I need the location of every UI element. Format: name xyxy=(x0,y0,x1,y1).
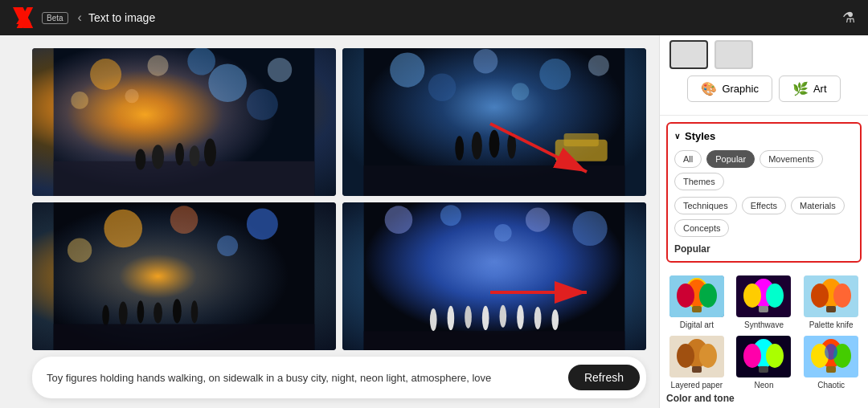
scroll-top-area xyxy=(660,35,868,69)
svg-point-32 xyxy=(247,209,278,240)
tab-art[interactable]: 🌿 Art xyxy=(779,75,841,102)
prompt-text[interactable]: Toy figures holding hands walking, on si… xyxy=(47,372,562,384)
style-name-chaotic: Chaotic xyxy=(817,381,845,390)
style-name-neon: Neon xyxy=(755,381,774,390)
mini-thumb-2[interactable] xyxy=(714,40,753,69)
svg-point-78 xyxy=(677,344,694,368)
style-name-digital-art: Digital art xyxy=(680,320,714,329)
back-button[interactable]: ‹ xyxy=(78,10,82,25)
generated-image-2[interactable] xyxy=(342,48,646,196)
svg-point-55 xyxy=(551,309,559,330)
filter-techniques[interactable]: Techniques xyxy=(674,197,737,214)
svg-point-34 xyxy=(170,206,199,234)
filter-materials[interactable]: Materials xyxy=(791,197,845,214)
filter-buttons: All Popular Movements Themes xyxy=(674,150,854,190)
top-navigation: Beta ‹ Text to image ⚗ xyxy=(0,0,868,35)
generated-image-3[interactable] xyxy=(32,202,336,350)
style-item-layered-paper[interactable]: Layered paper xyxy=(666,336,727,390)
svg-point-83 xyxy=(743,344,761,368)
svg-point-13 xyxy=(189,145,199,166)
svg-point-36 xyxy=(119,301,128,325)
svg-point-74 xyxy=(833,284,851,308)
filter-buttons-row2: Techniques Effects Materials Concepts xyxy=(674,197,854,237)
svg-point-3 xyxy=(208,63,247,102)
svg-point-69 xyxy=(766,284,784,308)
svg-point-38 xyxy=(154,302,162,323)
svg-rect-56 xyxy=(364,331,625,350)
mini-thumb-selected[interactable] xyxy=(669,40,708,69)
refresh-button[interactable]: Refresh xyxy=(568,365,640,390)
svg-point-53 xyxy=(517,305,524,329)
svg-point-1 xyxy=(90,59,121,90)
style-thumb-chaotic xyxy=(804,336,858,377)
svg-point-64 xyxy=(699,284,717,308)
main-content: Toy figures holding hands walking, on si… xyxy=(0,35,868,408)
svg-point-48 xyxy=(430,308,437,331)
svg-point-30 xyxy=(104,210,142,248)
filter-all[interactable]: All xyxy=(674,150,702,168)
svg-point-52 xyxy=(499,305,506,328)
svg-point-90 xyxy=(825,344,837,360)
style-thumb-layered-paper xyxy=(669,336,724,377)
style-grid: Digital art Synthwave xyxy=(666,275,862,390)
svg-point-33 xyxy=(217,235,238,256)
style-item-neon[interactable]: Neon xyxy=(734,336,795,390)
svg-point-45 xyxy=(526,207,550,231)
tab-graphic[interactable]: 🎨 Graphic xyxy=(687,75,772,102)
styles-header: ∨ Styles xyxy=(674,130,854,142)
svg-point-19 xyxy=(588,55,609,76)
generated-image-1[interactable] xyxy=(32,48,336,196)
lab-icon[interactable]: ⚗ xyxy=(842,9,855,27)
svg-point-11 xyxy=(152,145,164,169)
style-thumb-neon xyxy=(736,336,791,377)
color-tone-label: Color and tone xyxy=(666,390,862,407)
images-panel: Toy figures holding hands walking, on si… xyxy=(0,35,659,408)
svg-point-63 xyxy=(677,284,694,308)
svg-rect-9 xyxy=(54,161,315,196)
svg-rect-70 xyxy=(759,306,768,312)
filter-movements[interactable]: Movements xyxy=(760,150,823,168)
filter-concepts[interactable]: Concepts xyxy=(674,219,729,237)
svg-point-27 xyxy=(507,133,516,158)
svg-point-24 xyxy=(455,136,464,160)
svg-point-37 xyxy=(137,300,145,323)
svg-point-43 xyxy=(385,206,413,234)
svg-point-40 xyxy=(191,300,199,323)
style-name-layered-paper: Layered paper xyxy=(671,381,723,390)
svg-rect-41 xyxy=(54,324,315,350)
svg-point-17 xyxy=(473,49,497,73)
filter-popular[interactable]: Popular xyxy=(706,150,755,168)
svg-point-79 xyxy=(699,344,717,368)
filter-themes[interactable]: Themes xyxy=(674,173,724,190)
style-item-chaotic[interactable]: Chaotic xyxy=(800,336,862,390)
svg-point-44 xyxy=(440,205,461,226)
svg-point-73 xyxy=(811,284,829,308)
styles-scroll[interactable]: Digital art Synthwave xyxy=(660,269,868,408)
style-item-palette-knife[interactable]: Palette knife xyxy=(800,275,862,329)
svg-point-10 xyxy=(135,149,145,170)
svg-point-4 xyxy=(268,58,292,82)
tab-art-label: Art xyxy=(813,83,827,95)
beta-badge: Beta xyxy=(42,12,68,24)
svg-rect-23 xyxy=(564,133,599,146)
style-tabs-area: 🎨 Graphic 🌿 Art xyxy=(660,69,868,116)
styles-section: ∨ Styles All Popular Movements Themes Te… xyxy=(666,122,862,263)
styles-section-label: Styles xyxy=(685,130,715,142)
style-thumb-synthwave xyxy=(736,275,791,317)
svg-rect-28 xyxy=(364,165,625,196)
style-thumb-digital-art xyxy=(669,275,724,317)
tab-graphic-label: Graphic xyxy=(722,83,759,95)
svg-point-39 xyxy=(173,299,182,323)
style-item-digital-art[interactable]: Digital art xyxy=(666,275,727,329)
svg-point-6 xyxy=(187,48,215,75)
generated-image-4[interactable] xyxy=(342,202,646,350)
svg-rect-65 xyxy=(692,306,702,312)
adobe-logo xyxy=(13,6,35,29)
svg-rect-75 xyxy=(826,306,836,312)
filter-effects[interactable]: Effects xyxy=(742,197,786,214)
svg-rect-85 xyxy=(759,366,768,373)
popular-label: Popular xyxy=(674,243,854,255)
style-item-synthwave[interactable]: Synthwave xyxy=(734,275,795,329)
collapse-chevron[interactable]: ∨ xyxy=(674,132,680,141)
svg-point-7 xyxy=(247,89,278,120)
